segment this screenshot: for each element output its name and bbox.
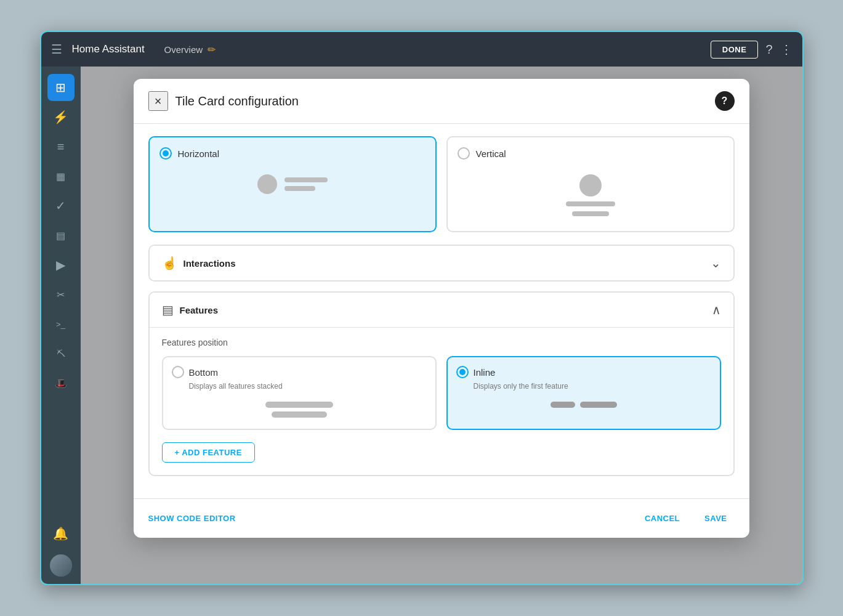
position-option-inline[interactable]: Inline Displays only the first feature	[446, 356, 721, 430]
layout-option-vertical[interactable]: Vertical	[446, 136, 735, 232]
scissors-icon: ✂	[57, 289, 65, 301]
features-icon: ▤	[162, 302, 174, 317]
sidebar-item-hat[interactable]: 🎩	[47, 370, 75, 397]
cancel-button[interactable]: CANCEL	[637, 509, 687, 528]
dashboard-icon: ⊞	[55, 80, 66, 95]
position-options: Bottom Displays all features stacked	[162, 356, 721, 430]
bottom-preview	[172, 399, 427, 420]
content-area: × Tile Card configuration ? Horizontal	[81, 67, 802, 584]
vertical-preview-line-short	[572, 211, 609, 216]
features-header[interactable]: ▤ Features ∧	[150, 293, 733, 327]
app-title: Home Assistant	[72, 43, 145, 55]
done-button[interactable]: DONE	[711, 41, 759, 59]
modal-close-button[interactable]: ×	[148, 91, 168, 111]
bottom-bar-wide	[265, 402, 333, 408]
sidebar-item-scissors[interactable]: ✂	[47, 281, 75, 308]
menu-icon[interactable]: ☰	[51, 42, 62, 57]
sidebar-item-shield[interactable]: ✓	[47, 192, 75, 219]
tab-label: Overview	[164, 44, 203, 55]
position-bottom-desc: Displays all features stacked	[172, 382, 427, 391]
inline-preview	[456, 399, 711, 410]
layout-option-horizontal-header: Horizontal	[159, 147, 426, 160]
sidebar: ⊞ ⚡ ≡ ▦ ✓ ▤ ▶ ✂ >_	[41, 67, 81, 584]
interactions-icon: ☝	[162, 256, 177, 270]
sidebar-item-bell[interactable]: 🔔	[47, 520, 75, 547]
vertical-preview-circle	[579, 174, 602, 197]
wrench-icon: ⛏	[57, 349, 65, 359]
modal-help-button[interactable]: ?	[715, 91, 735, 111]
preview-lines	[284, 177, 328, 191]
help-icon[interactable]: ?	[765, 43, 772, 57]
modal-footer: SHOW CODE EDITOR CANCEL SAVE	[134, 498, 749, 538]
sidebar-item-wrench[interactable]: ⛏	[47, 340, 75, 367]
terminal-icon: >_	[56, 320, 65, 329]
avatar-image	[50, 554, 72, 577]
layout-option-horizontal[interactable]: Horizontal	[148, 136, 437, 232]
features-position-label: Features position	[162, 338, 721, 347]
top-bar: ☰ Home Assistant Overview ✏ DONE ? ⋮	[41, 32, 802, 67]
position-inline-desc: Displays only the first feature	[456, 382, 711, 391]
layout-horizontal-label: Horizontal	[178, 148, 220, 159]
layout-section: Horizontal	[148, 136, 735, 232]
position-bottom-label: Bottom	[189, 367, 219, 378]
vertical-preview-line-long	[566, 201, 615, 206]
features-chevron-icon: ∧	[712, 302, 721, 317]
list-icon: ≡	[57, 140, 65, 154]
radio-vertical[interactable]	[458, 147, 470, 160]
radio-inline[interactable]	[456, 366, 469, 378]
modal-body: Horizontal	[134, 124, 749, 498]
save-button[interactable]: SAVE	[697, 509, 734, 528]
shield-icon: ✓	[55, 198, 66, 213]
vertical-preview	[458, 169, 724, 221]
sidebar-item-chart[interactable]: ▦	[47, 163, 75, 190]
interactions-chevron-icon: ⌄	[711, 256, 721, 270]
sidebar-item-lightning[interactable]: ⚡	[47, 103, 75, 131]
hat-icon: 🎩	[55, 378, 67, 389]
grid-icon: ▤	[56, 230, 65, 241]
bell-icon: 🔔	[53, 526, 68, 541]
modal-overlay: × Tile Card configuration ? Horizontal	[81, 67, 802, 584]
interactions-header[interactable]: ☝ Interactions ⌄	[150, 246, 733, 280]
inline-bar-short	[551, 402, 575, 408]
main-layout: ⊞ ⚡ ≡ ▦ ✓ ▤ ▶ ✂ >_	[41, 67, 802, 584]
top-bar-tab: Overview ✏	[164, 44, 216, 55]
sidebar-item-grid[interactable]: ▤	[47, 222, 75, 249]
radio-horizontal[interactable]	[159, 147, 172, 160]
interactions-section: ☝ Interactions ⌄	[148, 245, 735, 282]
sidebar-item-terminal[interactable]: >_	[47, 310, 75, 338]
add-feature-button[interactable]: + ADD FEATURE	[162, 442, 255, 463]
horizontal-preview	[159, 169, 426, 199]
chart-icon: ▦	[56, 171, 65, 182]
sidebar-item-list[interactable]: ≡	[47, 133, 75, 160]
features-content: Features position Bottom Displays all	[150, 327, 733, 475]
top-bar-actions: DONE ? ⋮	[711, 41, 793, 59]
sidebar-item-dashboard[interactable]: ⊞	[47, 74, 75, 101]
preview-circle	[257, 174, 277, 194]
interactions-title: Interactions	[184, 258, 711, 269]
app-window: ☰ Home Assistant Overview ✏ DONE ? ⋮ ⊞ ⚡…	[40, 31, 804, 585]
modal-title: Tile Card configuration	[175, 94, 715, 108]
play-icon: ▶	[56, 257, 65, 272]
more-icon[interactable]: ⋮	[780, 42, 793, 57]
modal-header: × Tile Card configuration ?	[134, 79, 749, 124]
position-inline-label: Inline	[474, 367, 496, 378]
preview-line-short	[284, 186, 315, 191]
lightning-icon: ⚡	[53, 110, 68, 124]
position-inline-header: Inline	[456, 366, 711, 378]
radio-bottom[interactable]	[172, 366, 184, 378]
preview-line-long	[284, 177, 328, 182]
layout-vertical-label: Vertical	[476, 148, 506, 159]
show-code-editor-button[interactable]: SHOW CODE EDITOR	[148, 514, 236, 523]
pencil-icon[interactable]: ✏	[208, 44, 216, 55]
position-option-bottom[interactable]: Bottom Displays all features stacked	[162, 356, 437, 430]
modal-dialog: × Tile Card configuration ? Horizontal	[134, 79, 749, 538]
inline-bar-medium	[580, 402, 617, 408]
footer-right: CANCEL SAVE	[637, 509, 735, 528]
bottom-bar-medium	[272, 411, 327, 418]
sidebar-item-play[interactable]: ▶	[47, 251, 75, 278]
features-section: ▤ Features ∧ Features position	[148, 291, 735, 476]
sidebar-avatar[interactable]	[50, 554, 72, 577]
position-bottom-header: Bottom	[172, 366, 427, 378]
features-title: Features	[180, 305, 712, 315]
layout-option-vertical-header: Vertical	[458, 147, 724, 160]
